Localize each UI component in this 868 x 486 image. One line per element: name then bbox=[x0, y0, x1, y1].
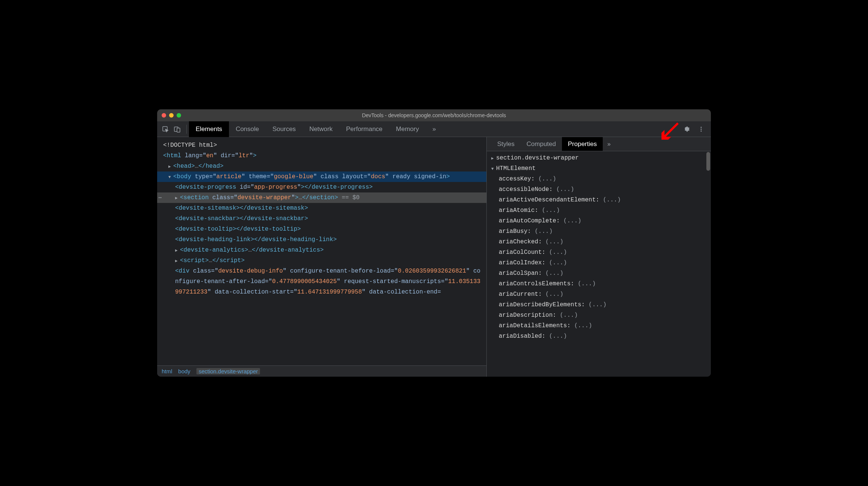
dom-line-sitemask[interactable]: <devsite-sitemask></devsite-sitemask> bbox=[157, 203, 486, 213]
breadcrumb-html[interactable]: html bbox=[162, 368, 172, 374]
dom-line-div-debug[interactable]: <div class="devsite-debug-info" configur… bbox=[157, 266, 486, 297]
svg-rect-2 bbox=[177, 128, 180, 132]
prop-val[interactable]: (...) bbox=[549, 333, 567, 340]
prop-val[interactable]: (...) bbox=[603, 197, 621, 203]
scrollbar-thumb[interactable] bbox=[706, 152, 710, 171]
prop-val[interactable]: (...) bbox=[578, 280, 596, 287]
prop-row[interactable]: ariaActiveDescendantElement: (...) bbox=[487, 195, 711, 205]
inspect-icon[interactable] bbox=[160, 124, 171, 134]
tab-performance[interactable]: Performance bbox=[339, 121, 389, 137]
prop-key: ariaDisabled bbox=[499, 333, 542, 340]
prop-row[interactable]: ariaDescribedByElements: (...) bbox=[487, 300, 711, 310]
expand-triangle-icon[interactable]: ▶ bbox=[168, 163, 172, 170]
prop-key: ariaActiveDescendantElement bbox=[499, 197, 596, 203]
doctype-text: <!DOCTYPE html> bbox=[163, 142, 217, 149]
prop-key: ariaBusy bbox=[499, 228, 528, 235]
tab-network[interactable]: Network bbox=[303, 121, 339, 137]
expand-triangle-icon[interactable]: ▶ bbox=[491, 155, 495, 162]
prop-proto-header[interactable]: ▼HTMLElement bbox=[487, 163, 711, 174]
device-toggle-icon[interactable] bbox=[172, 124, 183, 134]
side-tab-styles[interactable]: Styles bbox=[491, 137, 520, 151]
dom-line-head[interactable]: ▶<head>…</head> bbox=[157, 161, 486, 171]
expand-triangle-icon[interactable]: ▶ bbox=[175, 247, 179, 254]
expand-triangle-icon[interactable]: ▶ bbox=[175, 258, 179, 265]
maximize-window-button[interactable] bbox=[177, 113, 181, 118]
prop-val[interactable]: (...) bbox=[560, 312, 578, 319]
prop-row[interactable]: ariaDescription: (...) bbox=[487, 310, 711, 321]
prop-key: ariaControlsElements bbox=[499, 280, 571, 287]
prop-row[interactable]: ariaColIndex: (...) bbox=[487, 258, 711, 268]
collapse-triangle-icon[interactable]: ▼ bbox=[491, 165, 495, 173]
devtools-window: DevTools - developers.google.com/web/too… bbox=[157, 109, 711, 377]
prop-row[interactable]: ariaColSpan: (...) bbox=[487, 268, 711, 279]
prop-val[interactable]: (...) bbox=[589, 301, 606, 308]
dom-line-html-open[interactable]: <html lang="en" dir="ltr"> bbox=[157, 151, 486, 161]
prop-key: ariaColSpan bbox=[499, 270, 538, 277]
svg-point-4 bbox=[701, 128, 702, 130]
prop-row[interactable]: ariaCurrent: (...) bbox=[487, 289, 711, 300]
prop-val[interactable]: (...) bbox=[545, 270, 563, 277]
dom-line-body[interactable]: ▼<body type="article" theme="google-blue… bbox=[157, 171, 486, 182]
props-scrollbar[interactable] bbox=[706, 152, 710, 376]
side-tabs: Styles Computed Properties » bbox=[487, 137, 711, 151]
prop-val[interactable]: (...) bbox=[538, 176, 556, 182]
expand-triangle-icon[interactable]: ▶ bbox=[175, 195, 179, 202]
tab-more[interactable]: » bbox=[426, 121, 443, 137]
side-tab-more[interactable]: » bbox=[603, 137, 615, 151]
traffic-lights bbox=[162, 113, 181, 118]
settings-icon[interactable] bbox=[682, 124, 692, 134]
prop-row[interactable]: ariaAtomic: (...) bbox=[487, 205, 711, 216]
dom-tree[interactable]: <!DOCTYPE html> <html lang="en" dir="ltr… bbox=[157, 137, 486, 365]
properties-pane[interactable]: ▶section.devsite-wrapper ▼HTMLElement ac… bbox=[487, 151, 711, 377]
dom-line-heading-link[interactable]: <devsite-heading-link></devsite-heading-… bbox=[157, 234, 486, 245]
tab-sources[interactable]: Sources bbox=[266, 121, 302, 137]
window-title: DevTools - developers.google.com/web/too… bbox=[362, 112, 506, 118]
titlebar: DevTools - developers.google.com/web/too… bbox=[157, 109, 711, 121]
prop-key: ariaDetailsElements bbox=[499, 322, 567, 329]
breadcrumb-body[interactable]: body bbox=[178, 368, 190, 374]
prop-key: ariaAutoComplete bbox=[499, 218, 556, 224]
dom-line-snackbar[interactable]: <devsite-snackbar></devsite-snackbar> bbox=[157, 213, 486, 224]
tab-elements[interactable]: Elements bbox=[189, 121, 229, 137]
prop-section-header[interactable]: ▶section.devsite-wrapper bbox=[487, 153, 711, 163]
prop-row[interactable]: ariaDetailsElements: (...) bbox=[487, 321, 711, 331]
prop-key: ariaColCount bbox=[499, 249, 542, 256]
prop-val[interactable]: (...) bbox=[535, 228, 553, 235]
prop-row[interactable]: accessKey: (...) bbox=[487, 174, 711, 184]
dom-line-doctype[interactable]: <!DOCTYPE html> bbox=[157, 140, 486, 151]
side-tab-properties[interactable]: Properties bbox=[562, 137, 603, 151]
prop-row[interactable]: ariaColCount: (...) bbox=[487, 247, 711, 258]
prop-row[interactable]: accessibleNode: (...) bbox=[487, 184, 711, 195]
content-area: <!DOCTYPE html> <html lang="en" dir="ltr… bbox=[157, 137, 711, 377]
prop-row[interactable]: ariaAutoComplete: (...) bbox=[487, 216, 711, 226]
tab-memory[interactable]: Memory bbox=[389, 121, 425, 137]
dom-line-progress[interactable]: <devsite-progress id="app-progress"></de… bbox=[157, 182, 486, 192]
svg-point-5 bbox=[701, 130, 702, 131]
prop-val[interactable]: (...) bbox=[549, 259, 567, 266]
prop-val[interactable]: (...) bbox=[556, 186, 574, 193]
dom-line-analytics[interactable]: ▶<devsite-analytics>…</devsite-analytics… bbox=[157, 245, 486, 255]
prop-key: accessKey bbox=[499, 176, 531, 182]
prop-row[interactable]: ariaControlsElements: (...) bbox=[487, 279, 711, 289]
prop-row[interactable]: ariaDisabled: (...) bbox=[487, 331, 711, 341]
prop-row[interactable]: ariaBusy: (...) bbox=[487, 226, 711, 237]
breadcrumb-section[interactable]: section.devsite-wrapper bbox=[196, 368, 260, 374]
prop-val[interactable]: (...) bbox=[542, 207, 560, 214]
prop-val[interactable]: (...) bbox=[574, 322, 592, 329]
kebab-menu-icon[interactable] bbox=[696, 124, 706, 134]
tab-console[interactable]: Console bbox=[229, 121, 266, 137]
close-window-button[interactable] bbox=[162, 113, 166, 118]
minimize-window-button[interactable] bbox=[169, 113, 174, 118]
collapse-triangle-icon[interactable]: ▼ bbox=[168, 174, 172, 181]
dom-line-section-selected[interactable]: ⋯▶<section class="devsite-wrapper">…</se… bbox=[157, 192, 486, 203]
side-tab-computed[interactable]: Computed bbox=[520, 137, 562, 151]
prop-key: ariaColIndex bbox=[499, 259, 542, 266]
prop-val[interactable]: (...) bbox=[545, 291, 563, 298]
prop-val[interactable]: (...) bbox=[563, 218, 581, 224]
prop-row[interactable]: ariaChecked: (...) bbox=[487, 237, 711, 247]
dom-line-tooltip[interactable]: <devsite-tooltip></devsite-tooltip> bbox=[157, 224, 486, 234]
prop-val[interactable]: (...) bbox=[549, 249, 567, 256]
prop-val[interactable]: (...) bbox=[545, 239, 563, 245]
dom-line-script[interactable]: ▶<script>…</script> bbox=[157, 255, 486, 266]
line-actions-icon[interactable]: ⋯ bbox=[157, 192, 163, 203]
